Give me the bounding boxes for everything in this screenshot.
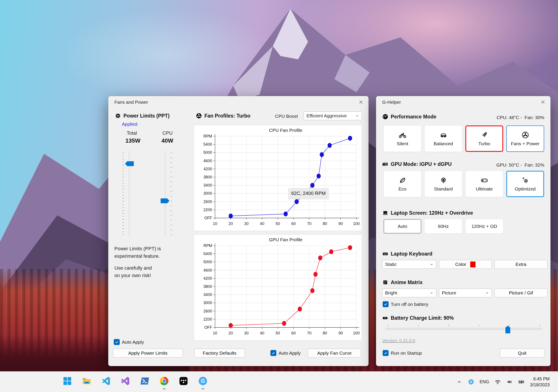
- keyboard-extra-button[interactable]: Extra: [494, 260, 548, 269]
- perf-mode-fans-power-button[interactable]: Fans + Power: [506, 125, 544, 152]
- wifi-icon[interactable]: [494, 379, 501, 385]
- close-icon[interactable]: [541, 100, 545, 104]
- chip-icon: [115, 113, 121, 119]
- turn-off-on-battery-checkbox[interactable]: Turn off on battery: [383, 301, 428, 307]
- slider-handle[interactable]: [161, 198, 169, 203]
- quit-button[interactable]: Quit: [500, 349, 544, 358]
- tray-ghelper-icon[interactable]: G: [468, 379, 474, 385]
- cpu-fan-chart: CPU Fan Profile102030405060708090100OFF2…: [194, 125, 362, 231]
- slider-track: [385, 328, 542, 330]
- taskbar-ghelper-icon[interactable]: G: [197, 375, 209, 387]
- perf-mode-silent-button[interactable]: Silent: [384, 125, 421, 152]
- flower-icon: [439, 176, 448, 184]
- leaf-icon: [399, 176, 407, 184]
- cpu-boost-label: CPU Boost: [275, 114, 298, 119]
- factory-defaults-button[interactable]: Factory Defaults: [194, 349, 245, 358]
- svg-text:5000: 5000: [203, 150, 212, 155]
- taskbar-powershell-icon[interactable]: [139, 375, 151, 387]
- taskbar-start-icon[interactable]: [61, 375, 73, 387]
- anime-brightness-select[interactable]: Bright: [382, 289, 436, 297]
- gpu-mode-eco-button[interactable]: Eco: [384, 171, 421, 197]
- run-on-startup-checkbox[interactable]: Run on Startup: [383, 350, 422, 356]
- volume-icon[interactable]: [506, 379, 513, 385]
- gpu-mode-ultimate-button[interactable]: Ultimate: [465, 171, 503, 197]
- svg-text:G: G: [201, 378, 205, 384]
- svg-text:G: G: [470, 380, 472, 384]
- taskbar-vscode-icon[interactable]: [100, 375, 112, 387]
- chevron-down-icon: [430, 263, 434, 266]
- svg-text:5400: 5400: [203, 142, 212, 147]
- laptop-screen-heading: Laptop Screen: 120Hz + Overdrive: [382, 210, 473, 216]
- cpu-power-slider[interactable]: [157, 151, 173, 237]
- svg-text:70: 70: [307, 222, 311, 226]
- running-indicator: [163, 388, 166, 389]
- gpu-mode-optimized-button[interactable]: Optimized: [506, 171, 544, 197]
- anime-mode-select[interactable]: Picture: [439, 289, 492, 297]
- apply-fan-curve-button[interactable]: Apply Fan Curve: [308, 349, 361, 358]
- tray-clock[interactable]: 6:45 PM 3/18/2023: [530, 376, 550, 388]
- cpu-label: CPU: [162, 130, 173, 136]
- tray-chevron-up-icon[interactable]: [456, 379, 462, 385]
- cpu-temp-fan-status: CPU: 48°C - Fan: 30%: [497, 115, 544, 120]
- svg-text:20: 20: [229, 331, 233, 335]
- slider-track: [164, 151, 166, 237]
- svg-text:100: 100: [353, 331, 360, 335]
- slider-ticks: [171, 153, 172, 235]
- taskbar-visual-studio-icon[interactable]: [120, 375, 131, 387]
- auto-apply-fan-checkbox[interactable]: Auto Apply: [270, 350, 301, 356]
- bicycle-icon: [399, 131, 407, 139]
- close-icon[interactable]: [358, 100, 363, 104]
- screen-mode-auto-button[interactable]: Auto: [384, 219, 421, 234]
- battery-charge-limit-slider[interactable]: [385, 325, 542, 335]
- screen-icon: [382, 210, 388, 216]
- svg-text:3800: 3800: [203, 284, 212, 289]
- cpu-fan-chart-panel[interactable]: CPU Fan Profile102030405060708090100OFF2…: [194, 125, 362, 231]
- taskbar-file-explorer-icon[interactable]: [81, 375, 93, 387]
- color-swatch: [470, 261, 475, 267]
- slider-handle[interactable]: [125, 161, 134, 166]
- screen-mode-120hz-od-button[interactable]: 120Hz + OD: [465, 219, 503, 234]
- keyboard-color-button[interactable]: Color: [439, 260, 492, 269]
- svg-text:50: 50: [276, 331, 280, 335]
- perf-mode-balanced-button[interactable]: Balanced: [424, 125, 462, 152]
- svg-text:4200: 4200: [203, 276, 212, 281]
- checkbox-checked-icon: [383, 350, 389, 356]
- gpu-mode-standard-button[interactable]: Standard: [424, 171, 462, 197]
- checkbox-checked-icon: [383, 301, 389, 307]
- gpu-fan-chart-panel[interactable]: GPU Fan Profile102030405060708090100OFF2…: [194, 234, 362, 340]
- performance-mode-heading: Performance Mode: [382, 114, 436, 120]
- svg-text:RPM: RPM: [203, 243, 212, 248]
- taskbar: G G ENG 6:45 PM 3/18/2023: [0, 371, 558, 392]
- version-link[interactable]: Version: 0.31.0.0: [382, 338, 415, 343]
- battery-icon: [382, 315, 388, 321]
- running-indicator: [201, 388, 204, 389]
- performance-mode-buttons: SilentBalancedTurboFans + Power: [384, 125, 544, 152]
- window-title: G-Helper: [382, 100, 401, 105]
- tray-language[interactable]: ENG: [480, 379, 489, 384]
- total-label: Total: [127, 130, 137, 136]
- cpu-boost-select[interactable]: Efficient Aggressive: [304, 111, 362, 120]
- chevron-down-icon: [355, 114, 359, 118]
- tray-date: 3/18/2023: [530, 382, 550, 388]
- fans-and-power-window: Fans and Power Power Limits (PPT) Applie…: [108, 96, 368, 366]
- perf-mode-turbo-button[interactable]: Turbo: [465, 125, 503, 152]
- taskbar-tidal-icon[interactable]: [178, 375, 190, 387]
- car-icon: [439, 131, 448, 139]
- svg-text:GPU Fan Profile: GPU Fan Profile: [269, 237, 302, 242]
- svg-text:4600: 4600: [203, 268, 212, 273]
- keyboard-mode-select[interactable]: Static: [382, 260, 436, 269]
- svg-text:20: 20: [229, 222, 233, 226]
- svg-text:RPM: RPM: [203, 134, 212, 138]
- taskbar-chrome-icon[interactable]: [158, 375, 170, 387]
- apply-power-limits-button[interactable]: Apply Power Limits: [113, 349, 183, 358]
- screen-mode-60hz-button[interactable]: 60Hz: [424, 219, 462, 234]
- ghelper-window: G-Helper Performance Mode CPU: 48°C - Fa…: [376, 96, 550, 366]
- svg-text:90: 90: [338, 331, 343, 335]
- applied-status-link[interactable]: Applied: [122, 122, 137, 127]
- auto-apply-power-checkbox[interactable]: Auto Apply: [114, 339, 144, 345]
- anime-picture-gif-button[interactable]: Picture / Gif: [494, 289, 548, 297]
- battery-charging-icon[interactable]: [518, 379, 525, 385]
- slider-handle[interactable]: [506, 326, 510, 333]
- svg-text:50: 50: [276, 222, 280, 226]
- total-power-slider[interactable]: [122, 151, 137, 237]
